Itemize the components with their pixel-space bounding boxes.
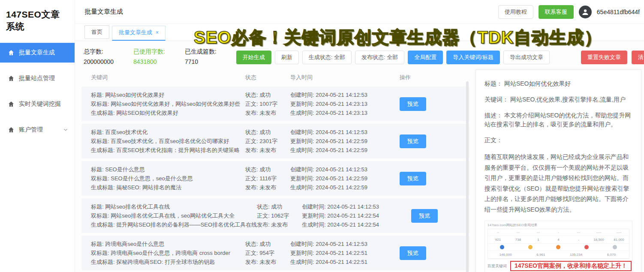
sidebar-item-realtime-keyword-mining[interactable]: 实时关键词挖掘 [0, 94, 75, 114]
embed-caption: 147seo.com网站的SEO查询结果 [488, 223, 629, 227]
sidebar-item-account-management[interactable]: 账户管理 [0, 120, 75, 140]
global-config-button[interactable]: 全局配置 [408, 51, 443, 64]
generate-time-line: 生成时间: 2024-05-21 14:22:59 [290, 146, 400, 155]
update-time-line: 更新时间: 2024-05-21 14:22:59 [290, 137, 400, 146]
tab-batch-article-generation[interactable]: 批量文章生成 × [112, 26, 166, 41]
baidu-icon [500, 245, 504, 249]
banner-overlay-title: SEO必备！关键词原创文章生成器（TDK自动生成） [194, 26, 602, 49]
search-icon [613, 245, 617, 249]
table-row: 标题: SEO是什么意思 双标题: SEO是什么意思，seo是什么意思 生成标题… [81, 161, 469, 196]
keyword-cell: 标题: 跨境电商seo是什么意思 双标题: 跨境电商seo是什么意思，跨境电商 … [91, 239, 245, 266]
generated-title-line: 生成标题: 提升网站SEO排名的必备利器——SEO排名优化工具在线 [91, 220, 257, 229]
stat-cell: 4 [548, 236, 569, 243]
update-time-line: 更新时间: 2024-05-21 14:22:51 [290, 248, 400, 257]
contact-support-button[interactable]: 联系客服 [539, 5, 574, 19]
embed-annotation: 147SEO官网案例，收录和排名稳定上升！ [510, 261, 632, 271]
stat-generated-articles: 已生成篇数: 7710 [185, 48, 217, 65]
header-import-time: 导入时间 [290, 74, 400, 81]
table-header: 关键词 状态 导入时间 操作 [81, 69, 469, 87]
preview-button[interactable]: 预览 [400, 97, 426, 111]
preview-button[interactable]: 预览 [400, 135, 426, 148]
embed-seo-stats-table: ▫▫▫▫▫▫▫▫ ▫▫▫▫—▫▫—▫▫ 921 738 1 4 - 18,500… [488, 229, 629, 259]
embed-screenshot: 147seo.com网站的SEO查询结果 ▫▫▫▫▫▫▫▫ ▫▫▫▫—▫▫—▫▫… [485, 221, 632, 272]
time-cell: 创建时间: 2024-05-21 14:12:53 更新时间: 2024-05-… [302, 202, 411, 229]
generated-title-line: 生成标题: 网站SEO如何优化效果好 [91, 108, 245, 117]
preview-body-paragraph: 随着互联网的快速发展，网站已经成为企业展示产品和服务的重要平台。仅仅拥有一个美观… [485, 152, 632, 215]
360-icon [556, 245, 560, 249]
sidebar-item-label: 账户管理 [19, 126, 43, 134]
status-cell: 状态: 成功 正文: 954字 发布: 未发布 [245, 239, 290, 266]
dual-title-line: 双标题: SEO是什么意思，seo是什么意思 [91, 174, 245, 183]
stat-cell: - [569, 236, 589, 243]
generated-title-line: 生成标题: 探秘跨境电商SEO: 打开全球市场的钥匙 [91, 257, 245, 266]
table-scrollbar[interactable] [466, 81, 469, 272]
preview-button[interactable]: 预览 [400, 172, 426, 185]
title-line: 标题: 跨境电商seo是什么意思 [91, 239, 245, 248]
header-keyword: 关键词 [91, 74, 245, 81]
stat-label: 已使用字数: [133, 48, 165, 56]
publish-line: 发布: 未发布 [245, 108, 290, 117]
keyword-cell: 标题: 网站seo如何优化效果好 双标题: 网站seo如何优化效果好，网站seo… [91, 90, 245, 117]
action-cell: 预览 [400, 90, 469, 117]
tab-label: 批量文章生成 [119, 29, 152, 36]
time-cell: 创建时间: 2024-05-21 14:12:53 更新时间: 2024-05-… [290, 239, 400, 266]
dual-title-line: 双标题: 网站seo排名优化工具在线，seo网站优化工具大全 [91, 211, 257, 220]
import-keywords-button[interactable]: 导入关键词/标题 [446, 51, 500, 64]
update-time-line: 更新时间: 2024-05-21 14:22:54 [302, 211, 411, 220]
wordcount-line: 正文: 2301字 [245, 137, 290, 146]
generate-time-line: 生成时间: 2024-05-21 14:22:54 [302, 220, 411, 229]
stat-total-words: 总字数: 200000000 [84, 48, 114, 65]
sogou-icon [528, 245, 533, 249]
avatar[interactable] [579, 6, 592, 18]
status-cell: 状态: 成功 正文: 1116字 发布: 未发布 [245, 165, 290, 192]
publish-status-filter[interactable]: 发布状态: 全部 [355, 51, 404, 64]
title-line: 标题: 网站seo如何优化效果好 [91, 90, 245, 99]
preview-button[interactable]: 预览 [411, 209, 438, 223]
refresh-button[interactable]: 刷新 [275, 51, 299, 64]
stat-cell: 921 [488, 236, 508, 243]
clear-articles-button[interactable]: 清空文章 [632, 51, 644, 64]
baidu-keyword-label: 百度关键词 [488, 263, 507, 269]
create-time-line: 创建时间: 2024-05-21 14:12:53 [290, 239, 400, 248]
header-action: 操作 [400, 74, 469, 81]
time-cell: 创建时间: 2024-05-21 14:12:53 更新时间: 2024-05-… [290, 90, 400, 117]
close-icon[interactable]: × [156, 30, 159, 36]
page-title: 批量文章生成 [84, 8, 123, 16]
create-time-line: 创建时间: 2024-05-21 14:12:53 [290, 128, 400, 137]
tab-home[interactable]: 首页 [84, 25, 109, 39]
article-preview-panel: 标题： 网站SEO如何优化效果好 关键词： 网站SEO,优化效果,搜索引擎排名,… [475, 69, 641, 272]
stat-cell: 135,234 [559, 251, 594, 258]
publish-line: 发布: 未发布 [245, 183, 290, 192]
preview-button[interactable]: 预览 [400, 246, 426, 260]
table-row: 标题: 网站seo如何优化效果好 双标题: 网站seo如何优化效果好，网站seo… [81, 87, 469, 121]
stat-used-words: 已使用字数: 8431800 [133, 48, 165, 65]
action-cell: 预览 [411, 202, 469, 229]
wordcount-line: 正文: 1062字 [257, 211, 302, 220]
status-line: 状态: 成功 [245, 165, 290, 174]
publish-line: 发布: 未发布 [257, 220, 302, 229]
home-icon [8, 75, 15, 82]
action-cell: 预览 [400, 165, 469, 192]
sidebar-item-batch-site-management[interactable]: 批量站点管理 [0, 69, 75, 88]
status-cell: 状态: 成功 正文: 2301字 发布: 未发布 [245, 128, 290, 155]
status-line: 状态: 成功 [245, 239, 290, 248]
reset-failed-articles-button[interactable]: 重置失败文章 [581, 51, 627, 64]
generated-title-line: 生成标题: 百度SEO技术优化指南：提升网站排名的关键策略 [91, 146, 245, 155]
sidebar-item-label: 批量文章生成 [19, 49, 55, 57]
export-success-button[interactable]: 导出成功文章 [503, 51, 550, 64]
start-generation-button[interactable]: 开始生成 [236, 51, 271, 64]
action-cell: 预览 [400, 239, 469, 266]
tutorial-button[interactable]: 使用教程 [498, 5, 533, 19]
action-cell: 预览 [400, 128, 469, 155]
wordcount-line: 正文: 1007字 [245, 99, 290, 108]
main-split: 关键词 状态 导入时间 操作 标题: 网站seo如何优化效果好 双标题: 网站s… [75, 69, 644, 272]
sidebar-item-label: 批量站点管理 [19, 75, 55, 82]
generated-title-line: 生成标题: 揭秘SEO: 网站排名的魔法 [91, 183, 245, 192]
stat-cell: 6,070 [594, 251, 629, 258]
keyword-cell: 标题: 百度seo技术优化 双标题: 百度seo技术优化，百度seo排名优化公司… [91, 128, 245, 155]
sidebar-item-batch-article-generation[interactable]: 批量文章生成 [0, 43, 75, 63]
table-body: 标题: 网站seo如何优化效果好 双标题: 网站seo如何优化效果好，网站seo… [81, 87, 469, 272]
status-cell: 状态: 成功 正文: 1062字 发布: 未发布 [257, 202, 302, 229]
generation-status-filter[interactable]: 生成状态: 全部 [302, 51, 352, 64]
time-cell: 创建时间: 2024-05-21 14:12:53 更新时间: 2024-05-… [290, 128, 400, 155]
